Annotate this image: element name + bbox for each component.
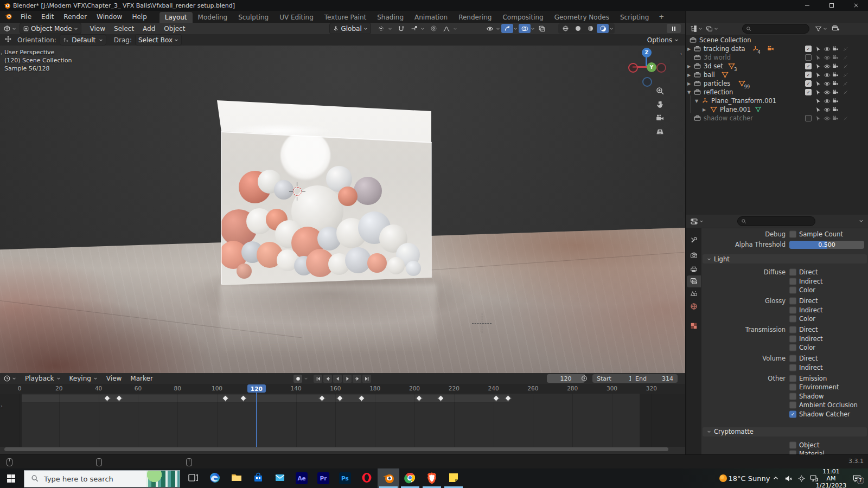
jump-to-end-button[interactable] xyxy=(362,375,371,383)
taskbar-app-task-view[interactable] xyxy=(182,468,204,488)
play-button[interactable] xyxy=(343,375,352,383)
viewport-menu-object[interactable]: Object xyxy=(159,25,189,33)
light-section-header[interactable]: Light xyxy=(703,254,867,264)
outliner-item-plane-001[interactable]: ▶Plane.001 xyxy=(686,105,868,114)
menu-edit[interactable]: Edit xyxy=(36,11,59,23)
properties-tab-render[interactable] xyxy=(687,249,701,261)
properties-options-chevron[interactable] xyxy=(859,217,864,225)
hide-render-toggle-icon[interactable] xyxy=(832,54,839,61)
diffuse-direct-checkbox[interactable] xyxy=(789,269,796,276)
selectable-toggle-icon[interactable] xyxy=(814,80,822,87)
collection-checkbox-checked[interactable]: ✓ xyxy=(805,62,812,70)
outliner-filter-icon[interactable] xyxy=(815,25,827,33)
indirect-toggle-icon[interactable] xyxy=(841,45,849,53)
diffuse-indirect-checkbox[interactable] xyxy=(789,278,796,285)
menu-file[interactable]: File xyxy=(16,11,36,23)
gizmo-z-neg-ball[interactable] xyxy=(642,77,652,87)
search-highlight-art[interactable] xyxy=(146,471,180,487)
hide-render-toggle-icon[interactable] xyxy=(832,71,839,79)
outliner-item-tracking-data[interactable]: ▶tracking data4✓ xyxy=(686,44,868,53)
transmission-color-checkbox[interactable] xyxy=(789,344,796,351)
auto-key-button[interactable] xyxy=(293,375,302,383)
tray-clock[interactable]: 11:01 AM1/21/2023 xyxy=(817,468,845,488)
gizmo-z-ball[interactable]: Z xyxy=(642,48,652,57)
cryptomatte-material-checkbox[interactable] xyxy=(789,451,796,455)
taskbar-app-store[interactable] xyxy=(247,468,269,488)
indirect-toggle-icon[interactable] xyxy=(841,54,849,61)
properties-tab-world[interactable] xyxy=(687,300,701,312)
drag-dropdown[interactable]: Select Box xyxy=(135,34,182,46)
workspace-tab-animation[interactable]: Animation xyxy=(409,12,453,23)
shading-solid-button[interactable] xyxy=(572,24,584,33)
collapse-arrow-icon[interactable]: ▶ xyxy=(687,81,691,86)
indirect-toggle-icon[interactable] xyxy=(841,71,849,79)
menu-window[interactable]: Window xyxy=(92,11,127,23)
properties-search-input[interactable] xyxy=(737,216,815,226)
selectable-toggle-icon[interactable] xyxy=(814,106,822,113)
timeline-track-area[interactable] xyxy=(0,394,685,447)
hide-viewport-toggle-icon[interactable] xyxy=(823,62,831,70)
hide-render-toggle-icon[interactable] xyxy=(832,88,839,96)
hide-render-toggle-icon[interactable] xyxy=(832,45,839,53)
playhead-label[interactable]: 120 xyxy=(247,384,266,393)
minimize-button[interactable] xyxy=(795,0,819,11)
viewport-menu-select[interactable]: Select xyxy=(110,25,138,33)
viewport-menu-view[interactable]: View xyxy=(86,25,110,33)
menu-help[interactable]: Help xyxy=(127,11,151,23)
transform-orientation[interactable]: Global xyxy=(329,23,371,34)
xray-toggle[interactable] xyxy=(536,24,548,33)
maximize-button[interactable] xyxy=(819,0,844,11)
collection-checkbox-checked[interactable]: ✓ xyxy=(805,80,812,87)
hide-viewport-toggle-icon[interactable] xyxy=(823,80,831,87)
show-overlays-toggle[interactable] xyxy=(519,24,535,33)
volume-muted-icon[interactable] xyxy=(782,468,794,488)
pivot-point-button[interactable] xyxy=(375,24,392,33)
workspace-tab-compositing[interactable]: Compositing xyxy=(497,12,548,23)
outliner-item-3d-world[interactable]: 3d world xyxy=(686,53,868,62)
glossy-color-checkbox[interactable] xyxy=(789,316,796,323)
shading-wireframe-button[interactable] xyxy=(559,24,571,33)
taskbar-app-after-effects[interactable]: Ae xyxy=(291,468,312,488)
outliner-filter-display[interactable] xyxy=(706,25,718,33)
outliner-item-particles[interactable]: ▶particles99✓ xyxy=(686,79,868,88)
properties-tab-output[interactable] xyxy=(687,264,701,275)
other-environment-checkbox[interactable] xyxy=(789,384,796,391)
use-preview-range-icon[interactable] xyxy=(580,374,588,383)
indirect-toggle-icon[interactable] xyxy=(841,80,849,87)
notification-center-button[interactable]: 7 xyxy=(848,468,865,488)
taskbar-app-sticky-notes[interactable] xyxy=(443,468,464,488)
properties-tab-texture[interactable] xyxy=(687,320,701,332)
outliner-item-shadow-catcher[interactable]: shadow catcher xyxy=(686,114,868,123)
timeline-editor-type-icon[interactable] xyxy=(3,375,16,382)
outliner-item-scene-collection[interactable]: Scene Collection xyxy=(686,36,868,44)
taskbar-app-blender[interactable] xyxy=(378,468,399,488)
taskbar-app-premiere[interactable]: Pr xyxy=(312,468,334,488)
other-ambient-occlusion-checkbox[interactable] xyxy=(789,402,796,409)
other-shadow-checkbox[interactable] xyxy=(789,393,796,400)
mode-selector[interactable]: Object Mode xyxy=(20,23,81,34)
hide-viewport-toggle-icon[interactable] xyxy=(823,106,831,113)
outliner-item-3d-set[interactable]: ▶3d set3✓ xyxy=(686,62,868,70)
selectable-toggle-icon[interactable] xyxy=(814,71,822,79)
hide-viewport-toggle-icon[interactable] xyxy=(823,45,831,53)
shading-rendered-button[interactable] xyxy=(597,24,609,33)
hide-viewport-toggle-icon[interactable] xyxy=(823,54,831,61)
pan-view-icon[interactable] xyxy=(654,98,666,110)
collection-checkbox-unchecked[interactable] xyxy=(805,54,812,61)
volume-direct-checkbox[interactable] xyxy=(789,355,796,362)
workspace-tab-modeling[interactable]: Modeling xyxy=(193,12,233,23)
other-shadow-catcher-checkbox[interactable]: ✓ xyxy=(789,410,796,418)
collapse-arrow-icon[interactable]: ▶ xyxy=(687,73,691,78)
cryptomatte-section-header[interactable]: Cryptomatte xyxy=(703,427,867,436)
weather-icon[interactable] xyxy=(717,468,729,488)
properties-tab-view-layer[interactable] xyxy=(687,275,701,287)
shading-material-button[interactable] xyxy=(584,24,596,33)
collapse-arrow-icon[interactable]: ▶ xyxy=(687,64,691,69)
indirect-toggle-icon[interactable] xyxy=(841,88,849,96)
timeline-menu-keying[interactable]: Keying xyxy=(65,375,102,382)
hide-viewport-toggle-icon[interactable] xyxy=(823,71,831,79)
snap-button[interactable] xyxy=(395,24,425,33)
workspace-tab-texture-paint[interactable]: Texture Paint xyxy=(319,12,372,23)
show-gizmos-toggle[interactable] xyxy=(501,24,518,33)
workspace-tab-rendering[interactable]: Rendering xyxy=(453,12,497,23)
